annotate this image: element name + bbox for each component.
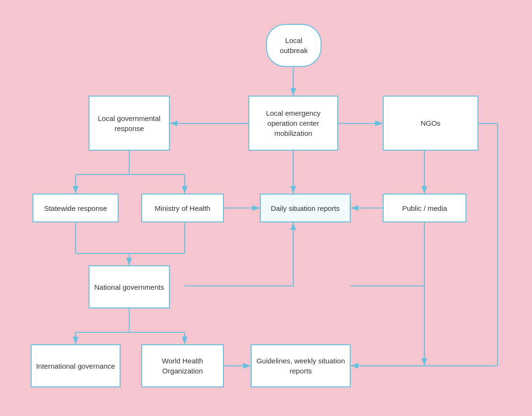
statewide-node: Statewide response — [33, 194, 119, 222]
local-emergency-node: Local emergency operation center mobiliz… — [248, 96, 338, 151]
guidelines-node: Guidelines, weekly situation reports — [251, 344, 351, 387]
ngos-node: NGOs — [383, 96, 478, 151]
intl-gov-node: International governance — [31, 344, 121, 387]
public-media-node: Public / media — [383, 194, 466, 222]
who-node: World Health Organization — [141, 344, 224, 387]
local-outbreak-node: Local outbreak — [266, 24, 321, 67]
local-gov-node: Local governmental response — [89, 96, 170, 151]
diagram: Local outbreak Local emergency operation… — [0, 0, 532, 416]
ministry-node: Ministry of Health — [141, 194, 224, 222]
national-gov-node: National governments — [89, 265, 170, 308]
daily-reports-node: Daily situation reports — [260, 194, 351, 222]
